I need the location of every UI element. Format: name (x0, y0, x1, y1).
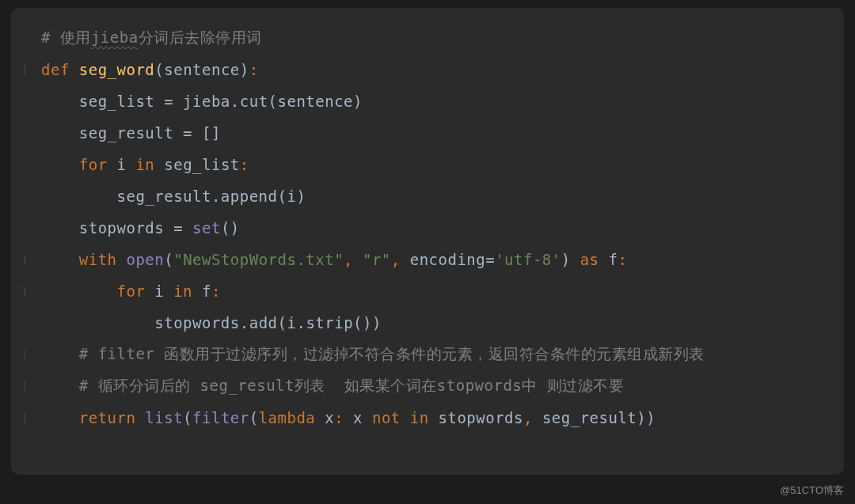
code-line: ] # 循环分词后的 seg_result列表 如果某个词在stopwords中… (11, 370, 844, 402)
code-line: stopwords.add(i.strip()) (11, 307, 844, 339)
code-line: stopwords = set() (11, 212, 844, 244)
code-line: ] def seg_word(sentence): (11, 54, 844, 85)
code-content: stopwords.add(i.strip()) (32, 314, 382, 332)
code-line: # 使用jieba分词后去除停用词 (11, 22, 844, 54)
watermark-text: @51CTO博客 (780, 483, 844, 498)
gutter-mark: ] (17, 286, 32, 297)
code-content: for i in seg_list: (32, 156, 249, 173)
code-content: seg_list = jieba.cut(sentence) (32, 93, 363, 110)
code-content: def seg_word(sentence): (32, 61, 259, 78)
code-content: with open("NewStopWords.txt", "r", encod… (32, 251, 627, 268)
code-content: stopwords = set() (32, 219, 240, 237)
code-content: # filter 函数用于过滤序列，过滤掉不符合条件的元素，返回符合条件的元素组… (32, 344, 705, 365)
code-line: for i in seg_list: (11, 149, 844, 180)
gutter-mark: ] (17, 349, 32, 361)
code-content: for i in f: (32, 282, 221, 300)
code-line: ] # filter 函数用于过滤序列，过滤掉不符合条件的元素，返回符合条件的元… (11, 339, 844, 370)
gutter-mark: ] (17, 254, 32, 266)
code-line: seg_result = [] (11, 117, 844, 149)
code-content: # 使用jieba分词后去除停用词 (32, 28, 262, 48)
code-content: return list(filter(lambda x: x not in st… (32, 409, 656, 426)
code-line: seg_list = jieba.cut(sentence) (11, 85, 844, 117)
code-content: seg_result = [] (32, 124, 221, 142)
code-editor[interactable]: # 使用jieba分词后去除停用词 ] def seg_word(sentenc… (11, 8, 844, 475)
code-line: ] with open("NewStopWords.txt", "r", enc… (11, 244, 844, 275)
code-line: ] for i in f: (11, 275, 844, 307)
gutter-mark: ] (17, 64, 32, 76)
code-content: seg_result.append(i) (32, 188, 306, 205)
code-line: seg_result.append(i) (11, 180, 844, 212)
code-content: # 循环分词后的 seg_result列表 如果某个词在stopwords中 则… (32, 376, 624, 396)
gutter-mark: ] (17, 412, 32, 424)
code-line: ] return list(filter(lambda x: x not in … (11, 402, 844, 434)
gutter-mark: ] (17, 381, 32, 392)
